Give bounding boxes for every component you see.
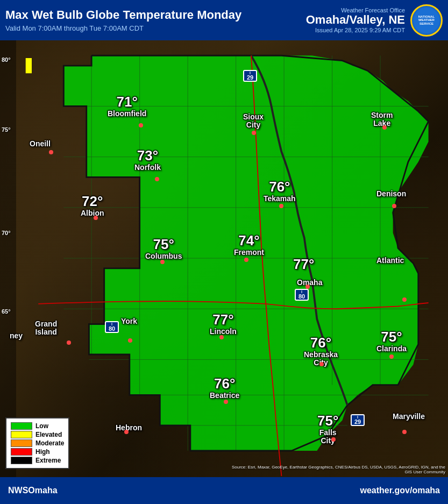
header-left: Max Wet Bulb Globe Temperature Monday Va…: [5, 8, 306, 32]
legend-box-low: [11, 422, 32, 430]
footer: NWSOmaha weather.gov/omaha: [0, 477, 448, 504]
footer-website: weather.gov/omaha: [360, 486, 440, 495]
header-right: Weather Forecast Office Omaha/Valley, NE…: [306, 7, 405, 33]
legend-label-moderate: Moderate: [35, 439, 64, 447]
legend-label-high: High: [35, 448, 50, 456]
issued-label: Issued Apr 28, 2025 9:29 AM CDT: [315, 27, 405, 33]
legend-item-extreme: Extreme: [11, 457, 64, 464]
wfo-name: Omaha/Valley, NE: [306, 13, 405, 26]
footer-nwsomaha: NWSOmaha: [8, 486, 58, 495]
legend-box-moderate: [11, 439, 32, 447]
legend-label-extreme: Extreme: [35, 457, 61, 464]
nws-logo: NATIONALWEATHERSERVICE: [410, 4, 443, 37]
legend-label-elevated: Elevated: [35, 431, 62, 438]
legend: LowElevatedModerateHighExtreme: [5, 417, 69, 469]
page-title: Max Wet Bulb Globe Temperature Monday: [5, 8, 306, 22]
header: Max Wet Bulb Globe Temperature Monday Va…: [0, 0, 448, 40]
svg-rect-16: [26, 58, 32, 73]
svg-marker-0: [63, 55, 428, 451]
legend-box-extreme: [11, 457, 32, 464]
legend-label-low: Low: [35, 422, 48, 430]
scale-bar: [0, 40, 16, 477]
map-svg: [0, 40, 448, 477]
legend-box-high: [11, 448, 32, 456]
legend-item-elevated: Elevated: [11, 431, 64, 438]
legend-item-low: Low: [11, 422, 64, 430]
valid-time: Valid Mon 7:00AM through Tue 7:00AM CDT: [5, 24, 306, 32]
legend-box-elevated: [11, 431, 32, 438]
legend-item-high: High: [11, 448, 64, 456]
map-area: [0, 40, 448, 477]
source-text: Source: Esri, Maxar, GeoEye, Earthstar G…: [230, 465, 445, 474]
legend-item-moderate: Moderate: [11, 439, 64, 447]
